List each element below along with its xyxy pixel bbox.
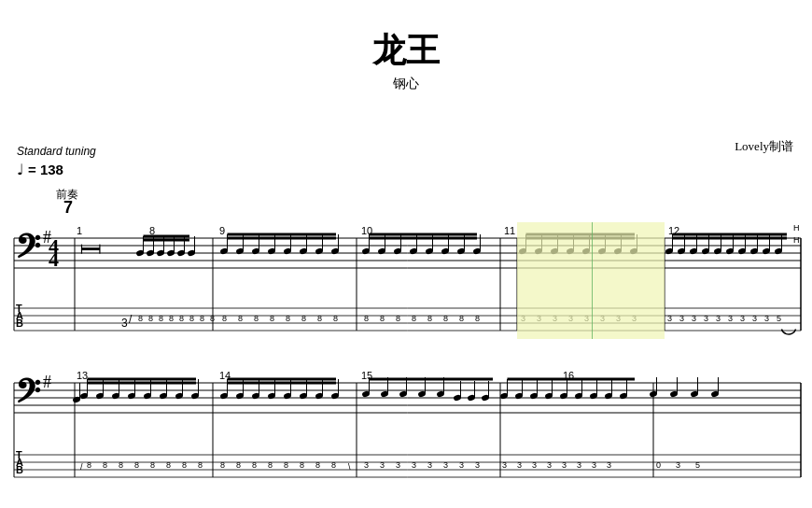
- sheet-music-page: 龙王 钢心 Lovely制谱 Standard tuning ♩ = 138 前…: [0, 0, 812, 508]
- highlight-line: [592, 222, 593, 339]
- music-staff-canvas: [0, 0, 812, 508]
- highlight-box: [517, 222, 665, 339]
